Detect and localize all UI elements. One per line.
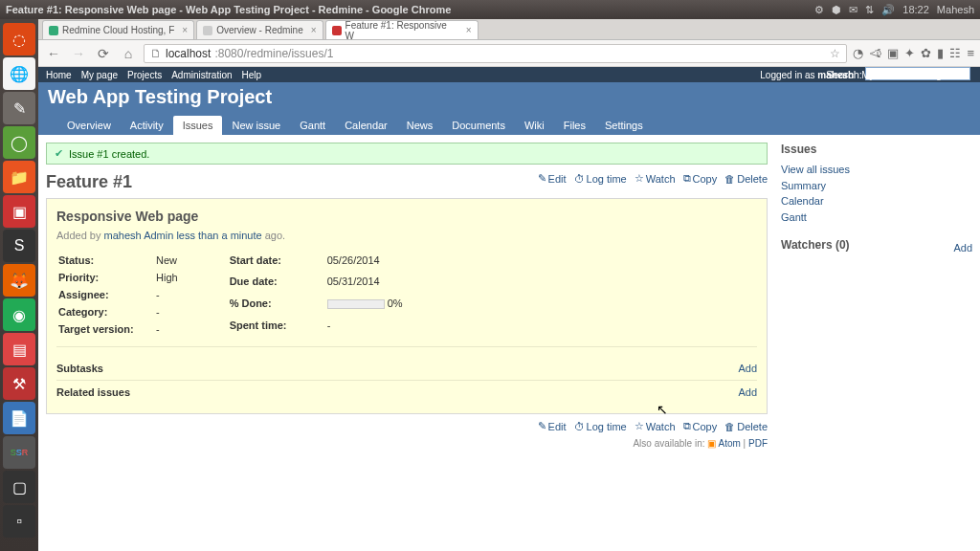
app4-icon[interactable]: ▤ <box>3 333 35 365</box>
reload-button[interactable]: ⟳ <box>94 46 113 61</box>
sound-icon[interactable]: 🔊 <box>881 4 895 16</box>
delete-link[interactable]: 🗑Delete <box>724 173 768 185</box>
tab-settings[interactable]: Settings <box>595 116 653 135</box>
writer-icon[interactable]: 📄 <box>3 402 35 434</box>
nav-projects[interactable]: Projects <box>127 70 162 80</box>
home-button[interactable]: ⌂ <box>119 46 138 61</box>
ext-icon[interactable]: ◔ <box>853 46 863 60</box>
trash-icon: 🗑 <box>724 173 735 185</box>
tab-issues[interactable]: Issues <box>173 116 223 135</box>
indicator-icon[interactable]: ⚙ <box>814 4 824 16</box>
nav-mypage[interactable]: My page <box>81 70 118 80</box>
feed-icon: ▣ <box>707 438 716 449</box>
menu-icon[interactable]: ≡ <box>967 46 974 60</box>
clock[interactable]: 18:22 <box>902 4 929 15</box>
browser-tab[interactable]: Overview - Redmine× <box>196 20 323 39</box>
logtime-link[interactable]: ⏱Log time <box>574 421 627 432</box>
edit-link[interactable]: ✎Edit <box>538 172 567 185</box>
copy-link[interactable]: ⧉Copy <box>683 420 718 432</box>
ext-icon[interactable]: ✿ <box>921 46 931 60</box>
link-calendar[interactable]: Calendar <box>781 193 972 209</box>
tab-activity[interactable]: Activity <box>121 116 173 135</box>
sublime-icon[interactable]: S <box>3 230 35 262</box>
watch-link[interactable]: ☆Watch <box>635 172 676 185</box>
app6-icon[interactable]: ▫ <box>3 505 35 538</box>
terminal-icon[interactable]: ▢ <box>3 471 35 503</box>
files-icon[interactable]: 📁 <box>3 161 35 193</box>
ext-icon[interactable]: ✦ <box>904 46 915 60</box>
tab-calendar[interactable]: Calendar <box>335 116 397 135</box>
nav-signout[interactable]: Sign out <box>927 70 963 80</box>
browser-window: Redmine Cloud Hosting, F× Overview - Red… <box>38 19 980 551</box>
time-link[interactable]: less than a minute <box>176 230 261 241</box>
app-icon[interactable]: ◯ <box>3 126 35 159</box>
ext-icon[interactable]: ☷ <box>949 46 961 60</box>
url-input[interactable]: 🗋 localhost:8080/redmine/issues/1 ☆ <box>144 44 847 63</box>
watch-link[interactable]: ☆Watch <box>635 420 676 432</box>
related-section: Related issues Add <box>56 381 757 404</box>
copy-icon: ⧉ <box>683 172 691 185</box>
close-icon[interactable]: × <box>311 25 317 35</box>
tab-files[interactable]: Files <box>554 116 595 135</box>
app5-icon[interactable]: ⚒ <box>3 367 35 400</box>
page-icon: 🗋 <box>150 47 162 60</box>
copy-link[interactable]: ⧉Copy <box>683 172 718 185</box>
mail-icon[interactable]: ✉ <box>849 4 858 16</box>
tab-news[interactable]: News <box>397 116 443 135</box>
nav-myaccount[interactable]: My account <box>861 70 910 80</box>
dash-icon[interactable]: ◌ <box>3 23 35 55</box>
add-related-link[interactable]: Add <box>738 386 757 398</box>
app2-icon[interactable]: ▣ <box>3 195 35 228</box>
browser-tab[interactable]: Feature #1: Responsive W× <box>325 20 479 39</box>
main-menu: Overview Activity Issues New issue Gantt… <box>48 108 970 135</box>
nav-admin[interactable]: Administration <box>171 70 232 80</box>
link-summary[interactable]: Summary <box>781 178 972 194</box>
pencil-icon: ✎ <box>538 172 546 185</box>
back-button[interactable]: ← <box>44 46 63 61</box>
dropbox-icon[interactable]: ⬢ <box>832 4 841 16</box>
link-view-all[interactable]: View all issues <box>781 162 972 178</box>
contextual-actions: ✎Edit ⏱Log time ☆Watch ⧉Copy 🗑Delete <box>538 172 768 185</box>
star-icon[interactable]: ☆ <box>830 47 840 60</box>
add-subtask-link[interactable]: Add <box>738 363 757 374</box>
copy-icon: ⧉ <box>683 420 691 432</box>
redmine-header: Home My page Projects Administration Hel… <box>38 67 980 135</box>
status-value: New <box>156 253 188 268</box>
chrome-icon[interactable]: 🌐 <box>3 57 35 90</box>
sidebar-issues-h: Issues <box>781 143 972 156</box>
due-value: 05/31/2014 <box>327 274 412 293</box>
tab-wiki[interactable]: Wiki <box>515 116 554 135</box>
trash-icon: 🗑 <box>724 421 735 432</box>
tab-gantt[interactable]: Gantt <box>290 116 335 135</box>
forward-button: → <box>69 46 88 61</box>
ext-icon[interactable]: ▮ <box>937 46 944 60</box>
os-top-bar: Feature #1: Responsive Web page - Web Ap… <box>0 0 980 19</box>
attrs-left: Status:New Priority:High Assignee:- Cate… <box>56 251 189 339</box>
ext-icon[interactable]: ▣ <box>887 46 899 60</box>
logtime-link[interactable]: ⏱Log time <box>574 173 627 185</box>
nav-help[interactable]: Help <box>242 70 262 80</box>
project-title: Web App Testing Project <box>48 86 970 108</box>
tab-documents[interactable]: Documents <box>442 116 515 135</box>
app3-icon[interactable]: ◉ <box>3 298 35 331</box>
author-link[interactable]: mahesh Admin <box>104 230 174 241</box>
link-gantt[interactable]: Gantt <box>781 209 972 226</box>
atom-link[interactable]: Atom <box>719 438 741 449</box>
launcher: ◌ 🌐 ✎ ◯ 📁 ▣ S 🦊 ◉ ▤ ⚒ 📄 SSR ▢ ▫ <box>0 19 38 551</box>
tab-newissue[interactable]: New issue <box>222 116 290 135</box>
network-icon[interactable]: ⇅ <box>865 4 874 16</box>
pdf-link[interactable]: PDF <box>748 438 768 449</box>
add-watcher-link[interactable]: Add <box>953 240 972 256</box>
firefox-icon[interactable]: 🦊 <box>3 264 35 297</box>
close-icon[interactable]: × <box>182 25 188 35</box>
browser-tab[interactable]: Redmine Cloud Hosting, F× <box>42 20 194 39</box>
tab-overview[interactable]: Overview <box>57 116 121 135</box>
ssr-icon[interactable]: SSR <box>3 436 35 469</box>
editor-icon[interactable]: ✎ <box>3 92 35 124</box>
close-icon[interactable]: × <box>466 25 472 35</box>
edit-link[interactable]: ✎Edit <box>538 420 567 432</box>
ext-icon[interactable]: ⏿ <box>869 46 881 60</box>
delete-link[interactable]: 🗑Delete <box>724 421 768 432</box>
user-menu[interactable]: Mahesh <box>937 4 974 15</box>
nav-home[interactable]: Home <box>46 70 72 80</box>
